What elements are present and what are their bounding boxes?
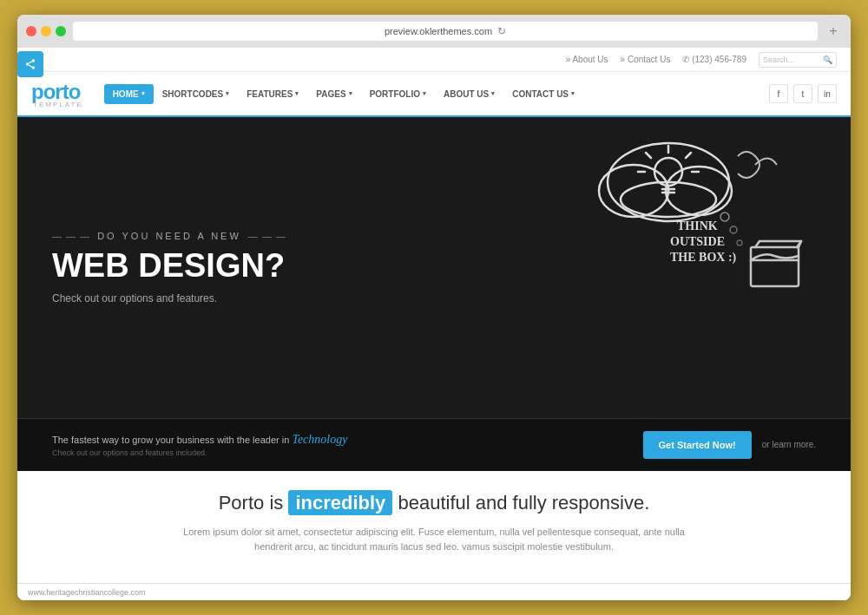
phone-number: ✆ (123) 456-789 [682,55,746,64]
minimize-button[interactable] [41,26,51,36]
get-started-button[interactable]: Get Started Now! [643,431,752,459]
svg-point-7 [666,167,732,215]
cta-text: The fastest way to grow your business wi… [52,433,633,457]
linkedin-icon[interactable]: in [818,84,837,103]
address-text: preview.oklerthemes.com [385,26,492,36]
twitter-icon[interactable]: t [793,84,812,103]
bottom-url-bar: www.heritagechristiancollege.com [17,583,851,600]
contact-us-link[interactable]: » Contact Us [621,55,671,64]
hero-tagline: DO YOU NEED A NEW [52,231,472,241]
refresh-icon[interactable]: ↻ [497,25,506,37]
nav-item-shortcodes[interactable]: SHORTCODES ▾ [154,84,239,104]
nav-menu: HOME ▾ SHORTCODES ▾ FEATURES ▾ PAGES ▾ P… [104,84,769,104]
chalk-illustration: THINK OUTSIDE THE BOX :) [564,121,825,304]
hero-title: WEB DESIGN? [52,248,472,285]
chevron-down-icon: ▾ [491,90,495,97]
close-button[interactable] [26,26,36,36]
white-section-description: Lorem ipsum dolor sit amet, consectetur … [174,525,694,555]
social-icons: f t in [769,84,837,103]
chevron-down-icon: ▾ [295,90,299,97]
search-icon[interactable]: 🔍 [823,56,832,64]
chevron-down-icon: ▾ [423,90,426,97]
nav-item-pages[interactable]: PAGES ▾ [307,84,360,104]
svg-point-1 [26,62,30,66]
svg-point-2 [32,66,36,69]
address-bar[interactable]: preview.oklerthemes.com ↻ [73,22,818,41]
browser-window: preview.oklerthemes.com ↻ + » About Us »… [17,15,851,600]
nav-item-features[interactable]: FEATURES ▾ [238,84,307,104]
svg-text:OUTSIDE: OUTSIDE [670,235,725,248]
search-box[interactable]: Search... 🔍 [759,52,837,68]
maximize-button[interactable] [56,26,66,36]
facebook-icon[interactable]: f [769,84,788,103]
bottom-url-text: www.heritagechristiancollege.com [28,588,146,597]
logo-section: porto template [31,80,83,108]
or-learn-more: or learn more. [762,440,816,449]
nav-item-portfolio[interactable]: PORTFOLIO ▾ [361,84,435,104]
hero-main: DO YOU NEED A NEW WEB DESIGN? Check out … [17,117,851,418]
svg-line-15 [686,153,691,158]
website-content: » About Us » Contact Us ✆ (123) 456-789 … [17,48,851,600]
utility-bar: » About Us » Contact Us ✆ (123) 456-789 … [17,48,851,72]
hero-section: DO YOU NEED A NEW WEB DESIGN? Check out … [17,117,851,471]
white-section: Porto is incredibly beautiful and fully … [17,471,851,583]
chevron-down-icon: ▾ [349,90,352,97]
new-tab-button[interactable]: + [825,23,842,40]
chevron-down-icon: ▾ [226,90,229,97]
nav-item-about[interactable]: ABOUT US ▾ [435,84,503,104]
search-placeholder: Search... [763,56,794,64]
svg-text:THE BOX :): THE BOX :) [670,251,737,265]
tech-word: Technology [292,433,347,446]
browser-chrome: preview.oklerthemes.com ↻ + [17,15,851,48]
chevron-down-icon: ▾ [571,90,575,97]
main-nav: porto template HOME ▾ SHORTCODES ▾ FEATU… [17,72,851,117]
svg-text:THINK: THINK [677,219,718,232]
highlight-text: incredibly [288,490,392,515]
hero-subtitle: Check out our options and features. [52,292,472,304]
svg-line-3 [29,65,32,67]
logo-text: porto [31,80,80,103]
cta-bar: The fastest way to grow your business wi… [17,418,851,471]
hero-text: DO YOU NEED A NEW WEB DESIGN? Check out … [52,231,472,305]
cta-subtext: Check out our options and features inclu… [52,448,633,457]
share-button[interactable] [17,51,43,77]
svg-point-28 [730,226,737,233]
svg-point-0 [32,59,36,62]
svg-line-4 [29,62,32,63]
svg-point-27 [720,213,729,221]
white-section-title: Porto is incredibly beautiful and fully … [35,492,833,514]
svg-point-29 [737,240,742,245]
svg-line-14 [646,153,651,158]
svg-rect-18 [751,247,799,286]
logo-subtitle: template [33,101,83,108]
nav-item-home[interactable]: HOME ▾ [104,84,154,104]
traffic-lights [26,26,66,36]
about-us-link[interactable]: » About Us [566,55,608,64]
nav-item-contact[interactable]: CONTACT US ▾ [503,84,583,104]
chevron-down-icon: ▾ [141,90,145,97]
